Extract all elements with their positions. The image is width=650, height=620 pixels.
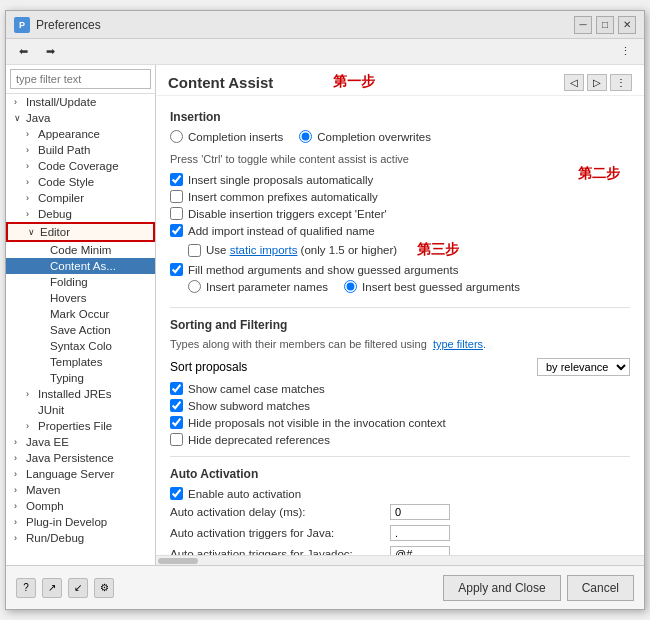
sidebar-item-templates[interactable]: Templates (6, 354, 155, 370)
bottom-icons: ? ↗ ↙ ⚙ (16, 578, 114, 598)
import-icon[interactable]: ↙ (68, 578, 88, 598)
sidebar-item-syntax-color[interactable]: Syntax Colo (6, 338, 155, 354)
forward-button[interactable]: ➡ (39, 42, 62, 61)
window-controls: ─ □ ✕ (574, 16, 636, 34)
sidebar-item-content-assist[interactable]: Content As... (6, 258, 155, 274)
insert-param-names-radio[interactable]: Insert parameter names (188, 280, 328, 293)
static-imports-link[interactable]: static imports (230, 244, 298, 256)
sidebar-item-compiler[interactable]: › Compiler (6, 190, 155, 206)
insert-best-guessed-label: Insert best guessed arguments (362, 281, 520, 293)
sidebar-item-label: Installed JREs (38, 388, 112, 400)
fill-method-checkbox[interactable]: Fill method arguments and show guessed a… (170, 263, 630, 276)
sidebar-item-label: Mark Occur (50, 308, 109, 320)
auto-delay-row: Auto activation delay (ms): (170, 504, 630, 520)
arrow-icon: › (26, 129, 36, 139)
completion-inserts-radio[interactable]: Completion inserts (170, 130, 283, 143)
arrow-icon: › (14, 517, 24, 527)
maximize-button[interactable]: □ (596, 16, 614, 34)
completion-overwrites-radio[interactable]: Completion overwrites (299, 130, 431, 143)
insertion-title: Insertion (170, 110, 630, 124)
sidebar-item-appearance[interactable]: › Appearance (6, 126, 155, 142)
sidebar-item-code-style[interactable]: › Code Style (6, 174, 155, 190)
content-toolbar-forward[interactable]: ▷ (587, 74, 607, 91)
disable-triggers-checkbox[interactable]: Disable insertion triggers except 'Enter… (170, 207, 630, 220)
toolbar-menu-button[interactable]: ⋮ (613, 42, 638, 61)
sidebar-item-editor[interactable]: ∨ Editor (6, 222, 155, 242)
content-header: Content Assist 第一步 ◁ ▷ ⋮ (156, 65, 644, 96)
sidebar-item-mark-occur[interactable]: Mark Occur (6, 306, 155, 322)
show-subword-checkbox[interactable]: Show subword matches (170, 399, 630, 412)
auto-delay-label: Auto activation delay (ms): (170, 506, 390, 518)
sidebar-item-label: Properties File (38, 420, 112, 432)
type-filters-link[interactable]: type filters (433, 338, 483, 350)
hide-deprecated-checkbox[interactable]: Hide deprecated references (170, 433, 630, 446)
sidebar-item-typing[interactable]: Typing (6, 370, 155, 386)
search-input[interactable] (10, 69, 151, 89)
content-toolbar-menu[interactable]: ⋮ (610, 74, 632, 91)
triggers-java-input[interactable] (390, 525, 450, 541)
disable-triggers-label: Disable insertion triggers except 'Enter… (188, 208, 387, 220)
insert-common-checkbox[interactable]: Insert common prefixes automatically (170, 190, 630, 203)
insert-single-checkbox[interactable]: Insert single proposals automatically (170, 173, 630, 186)
sidebar-item-run-debug[interactable]: › Run/Debug (6, 530, 155, 546)
sidebar-item-java-persistence[interactable]: › Java Persistence (6, 450, 155, 466)
sidebar-item-plugin-develop[interactable]: › Plug-in Develop (6, 514, 155, 530)
sidebar-item-code-minim[interactable]: Code Minim (6, 242, 155, 258)
arrow-icon: › (14, 453, 24, 463)
add-import-label: Add import instead of qualified name (188, 225, 375, 237)
sidebar-item-folding[interactable]: Folding (6, 274, 155, 290)
sidebar: › Install/Update ∨ Java › Appearance › B… (6, 65, 156, 565)
show-camel-checkbox[interactable]: Show camel case matches (170, 382, 630, 395)
close-button[interactable]: ✕ (618, 16, 636, 34)
content-panel: Content Assist 第一步 ◁ ▷ ⋮ Insertion (156, 65, 644, 565)
sort-proposals-row: Sorting and Filtering (170, 318, 630, 332)
sidebar-item-language-server[interactable]: › Language Server (6, 466, 155, 482)
hide-not-visible-checkbox[interactable]: Hide proposals not visible in the invoca… (170, 416, 630, 429)
sidebar-item-java-ee[interactable]: › Java EE (6, 434, 155, 450)
insertion-checks: 第二步 Insert single proposals automaticall… (170, 173, 630, 297)
arrow-icon: ∨ (28, 227, 38, 237)
sidebar-item-build-path[interactable]: › Build Path (6, 142, 155, 158)
sidebar-item-hovers[interactable]: Hovers (6, 290, 155, 306)
auto-delay-input[interactable] (390, 504, 450, 520)
tree-container[interactable]: › Install/Update ∨ Java › Appearance › B… (6, 94, 155, 565)
sidebar-item-save-action[interactable]: Save Action (6, 322, 155, 338)
arrow-icon: › (26, 161, 36, 171)
completion-inserts-label: Completion inserts (188, 131, 283, 143)
minimize-button[interactable]: ─ (574, 16, 592, 34)
completion-radio-group: Completion inserts Completion overwrites (170, 130, 630, 147)
insert-single-label: Insert single proposals automatically (188, 174, 373, 186)
sidebar-item-java[interactable]: ∨ Java (6, 110, 155, 126)
sidebar-item-properties-file[interactable]: › Properties File (6, 418, 155, 434)
triggers-javadoc-input[interactable] (390, 546, 450, 555)
sort-proposals-select[interactable]: by relevance (537, 358, 630, 376)
sidebar-item-install-update[interactable]: › Install/Update (6, 94, 155, 110)
add-import-checkbox[interactable]: Add import instead of qualified name (170, 224, 630, 237)
arrow-icon: › (14, 97, 24, 107)
sidebar-item-label: Compiler (38, 192, 84, 204)
sidebar-item-label: Appearance (38, 128, 100, 140)
content-body[interactable]: Insertion Completion inserts Completion … (156, 96, 644, 555)
cancel-button[interactable]: Cancel (567, 575, 634, 601)
sidebar-item-maven[interactable]: › Maven (6, 482, 155, 498)
enable-auto-activation-checkbox[interactable]: Enable auto activation (170, 487, 630, 500)
insert-best-guessed-radio[interactable]: Insert best guessed arguments (344, 280, 520, 293)
horizontal-scrollbar[interactable] (156, 555, 644, 565)
sidebar-item-junit[interactable]: JUnit (6, 402, 155, 418)
preferences-window: P Preferences ─ □ ✕ ⬅ ➡ ⋮ (5, 10, 645, 610)
apply-close-button[interactable]: Apply and Close (443, 575, 560, 601)
content-toolbar-back[interactable]: ◁ (564, 74, 584, 91)
bottom-buttons: Apply and Close Cancel (443, 575, 634, 601)
sidebar-item-label: Java Persistence (26, 452, 114, 464)
auto-activation-title: Auto Activation (170, 467, 630, 481)
use-static-checkbox[interactable]: Use static imports (only 1.5 or higher) … (188, 241, 630, 259)
sidebar-item-label: Hovers (50, 292, 86, 304)
sidebar-item-debug[interactable]: › Debug (6, 206, 155, 222)
back-button[interactable]: ⬅ (12, 42, 35, 61)
sidebar-item-oomph[interactable]: › Oomph (6, 498, 155, 514)
help-icon[interactable]: ? (16, 578, 36, 598)
sidebar-item-code-coverage[interactable]: › Code Coverage (6, 158, 155, 174)
export-icon[interactable]: ↗ (42, 578, 62, 598)
sidebar-item-installed-jres[interactable]: › Installed JREs (6, 386, 155, 402)
settings-icon[interactable]: ⚙ (94, 578, 114, 598)
